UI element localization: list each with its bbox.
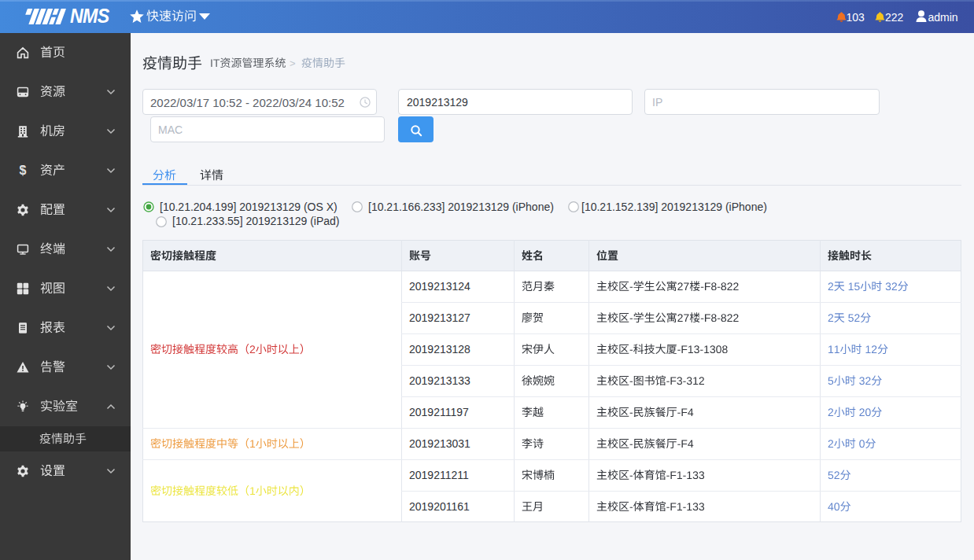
svg-text:$: $: [20, 164, 27, 177]
